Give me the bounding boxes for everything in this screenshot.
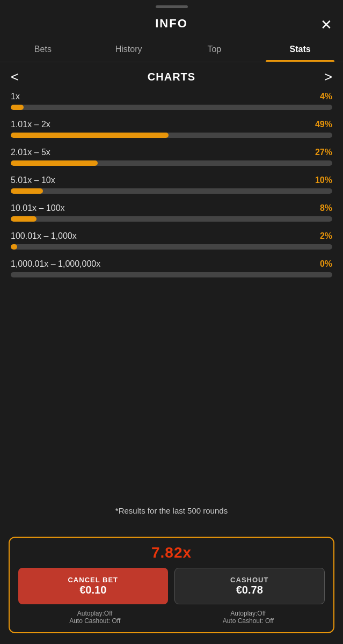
tabs-bar: Bets History Top Stats: [0, 37, 343, 62]
bar-label-5-10x: 5.01x – 10x: [11, 175, 55, 185]
bar-percent-5-10x: 10%: [315, 175, 332, 185]
cashout-value: €0.78: [180, 584, 319, 596]
cancel-bet-value: €0.10: [24, 584, 163, 596]
bar-track-1000-1000000x: [11, 272, 332, 277]
bar-row-100-1000x: 100.01x – 1,000x 2%: [11, 231, 332, 250]
bar-percent-2-5x: 27%: [315, 148, 332, 157]
tab-stats[interactable]: Stats: [257, 37, 343, 62]
auto-info: Autoplay:Off Auto Cashout: Off Autoplay:…: [18, 610, 325, 625]
bar-track-1x: [11, 105, 332, 110]
cashout-button[interactable]: CASHOUT €0.78: [174, 568, 325, 604]
action-buttons: CANCEL BET €0.10 CASHOUT €0.78: [18, 568, 325, 604]
bar-label-10-100x: 10.01x – 100x: [11, 203, 65, 213]
modal-title: INFO: [155, 17, 188, 31]
cashout-autocashout-text: Auto Cashout: Off: [223, 617, 274, 625]
bottom-panel: 7.82x CANCEL BET €0.10 CASHOUT €0.78 Aut…: [9, 537, 334, 633]
bar-fill-2-5x: [11, 160, 98, 166]
results-note: *Results for the last 500 rounds: [0, 495, 343, 531]
bar-track-1-2x: [11, 133, 332, 138]
bar-label-1-2x: 1.01x – 2x: [11, 120, 50, 129]
cancel-autoplay-text: Autoplay:Off: [69, 610, 120, 617]
modal-header: INFO ✕: [0, 12, 343, 37]
bar-label-1x: 1x: [11, 92, 20, 101]
tab-top[interactable]: Top: [172, 37, 258, 62]
bar-label-1000-1000000x: 1,000.01x – 1,000,000x: [11, 259, 100, 269]
bar-fill-1-2x: [11, 133, 169, 138]
bar-percent-1-2x: 49%: [315, 120, 332, 129]
bar-fill-10-100x: [11, 216, 37, 222]
bar-percent-1x: 4%: [320, 92, 332, 101]
charts-header: < CHARTS >: [0, 62, 343, 92]
bar-row-2-5x: 2.01x – 5x 27%: [11, 148, 332, 166]
bar-fill-5-10x: [11, 188, 43, 194]
bar-track-100-1000x: [11, 244, 332, 250]
bar-section: 1x 4% 1.01x – 2x 49% 2.01x – 5x 27%: [0, 92, 343, 495]
tab-bets[interactable]: Bets: [0, 37, 86, 62]
bar-row-5-10x: 5.01x – 10x 10%: [11, 175, 332, 194]
bar-label-100-1000x: 100.01x – 1,000x: [11, 231, 77, 241]
bar-fill-100-1000x: [11, 244, 17, 250]
bar-fill-1x: [11, 105, 24, 110]
cancel-bet-button[interactable]: CANCEL BET €0.10: [18, 568, 168, 604]
cancel-auto-info: Autoplay:Off Auto Cashout: Off: [69, 610, 120, 625]
cashout-label: CASHOUT: [180, 576, 319, 584]
bar-percent-10-100x: 8%: [320, 203, 332, 213]
cancel-autocashout-text: Auto Cashout: Off: [69, 617, 120, 625]
bar-track-10-100x: [11, 216, 332, 222]
bar-row-10-100x: 10.01x – 100x 8%: [11, 203, 332, 222]
bar-row-1000-1000000x: 1,000.01x – 1,000,000x 0%: [11, 259, 332, 277]
tab-history[interactable]: History: [86, 37, 172, 62]
charts-prev-button[interactable]: <: [11, 69, 19, 85]
bar-percent-1000-1000000x: 0%: [320, 259, 332, 269]
cashout-auto-info: Autoplay:Off Auto Cashout: Off: [223, 610, 274, 625]
bar-track-2-5x: [11, 160, 332, 166]
cashout-autoplay-text: Autoplay:Off: [223, 610, 274, 617]
drag-handle: [156, 5, 188, 8]
close-button[interactable]: ✕: [320, 18, 332, 32]
bar-track-5-10x: [11, 188, 332, 194]
modal-container: INFO ✕ Bets History Top Stats < CHARTS >…: [0, 0, 343, 644]
bar-percent-100-1000x: 2%: [320, 231, 332, 241]
charts-next-button[interactable]: >: [324, 69, 332, 85]
multiplier-display: 7.82x: [18, 544, 325, 561]
charts-title: CHARTS: [148, 71, 195, 83]
bar-label-2-5x: 2.01x – 5x: [11, 148, 50, 157]
bar-row-1-2x: 1.01x – 2x 49%: [11, 120, 332, 138]
cancel-bet-label: CANCEL BET: [24, 576, 163, 584]
bar-row-1x: 1x 4%: [11, 92, 332, 110]
